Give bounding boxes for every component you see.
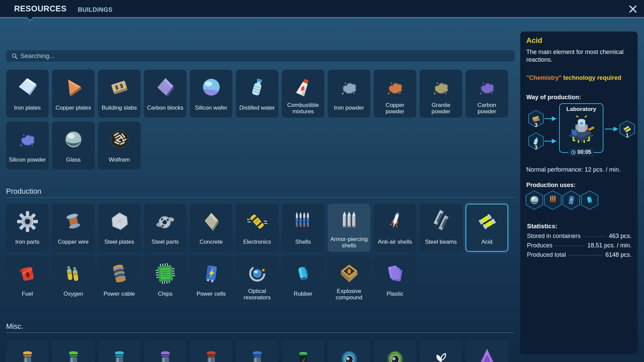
combustible-mixtures-icon: [290, 73, 316, 102]
item-card-copper-powder[interactable]: Copper powder: [374, 70, 416, 118]
item-card-acid[interactable]: Acid: [466, 204, 508, 252]
vial-purple-icon: [152, 344, 178, 362]
recipe-building-name: Laboratory: [560, 106, 603, 113]
hex-production-uses-power-cells[interactable]: [562, 190, 580, 210]
item-card-copper-plates[interactable]: Copper plates: [52, 70, 95, 118]
item-card-building-slabs[interactable]: Building slabs: [98, 70, 141, 118]
iron-powder-icon: [336, 73, 362, 102]
item-card-oxygen[interactable]: Oxygen: [52, 256, 95, 304]
item-label: Carbon powder: [466, 102, 507, 118]
search-input[interactable]: [20, 52, 511, 60]
stat-label: Produced total: [527, 251, 566, 258]
item-card-power-cable[interactable]: Power cable: [98, 256, 141, 304]
item-card-plastic[interactable]: Plastic: [374, 256, 416, 304]
jar-herbs-icon: [290, 344, 316, 362]
item-card-fuel[interactable]: Fuel: [6, 256, 49, 304]
power-cable-icon: [106, 259, 132, 288]
item-card-optical-resonators[interactable]: Optical resonators: [236, 256, 278, 304]
item-card-chips[interactable]: Chips: [144, 256, 186, 304]
item-card-anti-air-shells[interactable]: Anti-air shells: [374, 204, 416, 252]
item-card-vial-green[interactable]: [52, 341, 95, 362]
close-icon[interactable]: [627, 3, 639, 15]
steel-beams-icon: [428, 207, 454, 236]
item-card-granite-powder[interactable]: Granite powder: [420, 70, 462, 118]
item-label: Silicon wafer: [194, 102, 228, 117]
item-card-silicon-wafer[interactable]: Silicon wafer: [190, 70, 232, 118]
hex-recipe-input-planks[interactable]: 3: [528, 110, 544, 127]
production-grid: Iron partsCopper wireSteel platesSteel p…: [6, 204, 508, 304]
tab-bar: RESOURCES BUILDINGS: [0, 0, 644, 18]
item-card-copper-wire[interactable]: Copper wire: [52, 204, 95, 252]
leader-line: [555, 246, 585, 246]
item-card-armor-piercing-shells[interactable]: Armor-piercing shells: [328, 204, 370, 252]
item-card-jar-herbs[interactable]: [282, 341, 324, 362]
stat-value: 18,51 pcs. / min.: [587, 242, 632, 249]
item-card-combustible-mixtures[interactable]: Combustible mixtures: [282, 70, 324, 118]
item-card-glass[interactable]: Glass: [52, 122, 95, 170]
hex-recipe-input-distilled-water[interactable]: 3: [528, 132, 544, 150]
ap-shells-icon: [336, 207, 362, 236]
item-card-explosive-compound[interactable]: Explosive compound: [328, 256, 370, 304]
item-card-shells[interactable]: Shells: [282, 204, 324, 252]
hex-recipe-output-acid[interactable]: 1: [620, 120, 635, 138]
item-card-steel-beams[interactable]: Steel beams: [420, 204, 462, 252]
item-card-iron-plates[interactable]: Iron plates: [6, 70, 49, 118]
detail-description: The main element for most chemical react…: [526, 48, 629, 64]
stat-row-produces: Produces 18,51 pcs. / min.: [527, 242, 632, 249]
vial-yellow-icon: [14, 344, 41, 362]
item-card-wolfram[interactable]: Wolfram: [98, 122, 141, 170]
item-label: Anti-air shells: [376, 236, 413, 251]
item-card-sprout[interactable]: [420, 341, 462, 362]
way-of-production-label: Way of production:: [526, 94, 581, 101]
crystal-pyramid-icon: [474, 344, 500, 362]
hex-production-uses-rubber[interactable]: [581, 190, 598, 210]
recipe-building-box[interactable]: Laboratory: [559, 103, 603, 153]
item-card-orb-green[interactable]: [374, 341, 416, 362]
item-card-distilled-water[interactable]: Distilled water: [236, 70, 278, 118]
item-card-crystal-pyramid[interactable]: [466, 341, 508, 362]
item-label: Shells: [294, 236, 312, 251]
item-card-steel-plates[interactable]: Steel plates: [98, 204, 141, 252]
item-card-orb-blue[interactable]: [328, 341, 370, 362]
hex-production-uses-glass[interactable]: [526, 190, 543, 210]
sprout-icon: [428, 344, 454, 362]
item-card-steel-parts[interactable]: Steel parts: [144, 204, 186, 252]
technology-requirement: "Chemistry" technology required: [526, 74, 621, 81]
rubber-icon: [290, 259, 316, 288]
item-label: Rubber: [292, 288, 314, 303]
orb-blue-icon: [336, 344, 362, 362]
stat-row-stored-in-containers: Stored in containers 463 pcs.: [527, 233, 632, 240]
item-label: Power cable: [102, 288, 137, 303]
item-label: Optical resonators: [236, 288, 278, 304]
item-label: Distilled water: [238, 102, 276, 117]
tab-resources[interactable]: RESOURCES: [14, 0, 67, 17]
item-card-carbon-blocks[interactable]: Carbon blocks: [144, 70, 186, 118]
item-card-electronics[interactable]: Electronics: [236, 204, 278, 252]
item-card-iron-powder[interactable]: Iron powder: [328, 70, 370, 118]
item-card-vial-yellow[interactable]: [6, 341, 49, 362]
acid-icon: [474, 207, 500, 236]
item-label: Iron plates: [13, 102, 42, 117]
requirement-text: technology required: [561, 74, 621, 81]
power-cells-icon: [198, 259, 224, 288]
anti-air-shells-icon: [382, 207, 408, 236]
item-card-silicon-powder[interactable]: Silicon powder: [6, 122, 49, 170]
item-card-vial-red[interactable]: [190, 341, 232, 362]
item-label: Wolfram: [107, 154, 131, 169]
item-card-iron-parts[interactable]: Iron parts: [6, 204, 49, 252]
search-bar[interactable]: [6, 50, 515, 62]
item-card-concrete[interactable]: Concrete: [190, 204, 232, 252]
item-card-power-cells[interactable]: Power cells: [190, 256, 232, 304]
item-card-rubber[interactable]: Rubber: [282, 256, 324, 304]
item-card-vial-blue[interactable]: [236, 341, 278, 362]
item-label: Carbon blocks: [146, 102, 185, 117]
item-card-vial-cyan[interactable]: [98, 341, 141, 362]
laboratory-building-icon: [560, 113, 603, 145]
stat-label: Stored in containers: [527, 233, 581, 240]
hex-production-uses-shells-orange[interactable]: [544, 190, 561, 210]
tab-buildings[interactable]: BUILDINGS: [78, 0, 113, 17]
detail-panel: Acid The main element for most chemical …: [520, 32, 638, 354]
item-card-carbon-powder[interactable]: Carbon powder: [466, 70, 508, 118]
recipe-time: 00:05: [578, 149, 591, 155]
item-card-vial-purple[interactable]: [144, 341, 186, 362]
